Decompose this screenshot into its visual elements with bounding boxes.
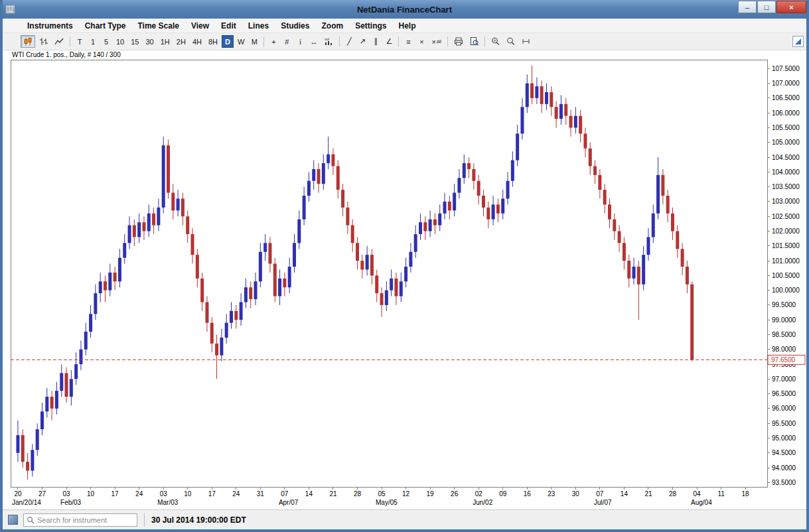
candlestick-chart-button[interactable] xyxy=(21,35,35,48)
volume-button[interactable]: vol xyxy=(321,35,336,48)
axis-scale-button[interactable] xyxy=(519,35,533,48)
crosshair-button[interactable]: + xyxy=(267,35,279,48)
instruments-panel-icon[interactable] xyxy=(8,515,18,525)
price-chart[interactable]: WTI Crude 1. pos., Daily, # 140 / 300107… xyxy=(3,50,806,509)
candle xyxy=(249,287,252,299)
y-axis-label: 93.5000 xyxy=(772,479,796,486)
menu-studies[interactable]: Studies xyxy=(275,20,315,32)
panel-expand-button[interactable] xyxy=(792,36,804,47)
last-price-label: 97.6500 xyxy=(771,356,796,364)
menu-view[interactable]: View xyxy=(185,20,215,32)
timescale-15min-button[interactable]: 15 xyxy=(128,35,141,48)
svg-text:vol: vol xyxy=(325,37,329,41)
close-button[interactable]: × xyxy=(776,1,806,13)
minimize-button[interactable]: – xyxy=(738,1,757,13)
zoom-auto-button[interactable]: A xyxy=(488,35,502,48)
candle xyxy=(370,255,374,275)
timescale-5min-button[interactable]: 5 xyxy=(100,35,112,48)
timescale-8hour-button[interactable]: 8H xyxy=(206,35,220,48)
x-axis-label: 24 xyxy=(232,490,240,498)
ray-line-button[interactable]: ↗ xyxy=(356,35,368,48)
menu-instruments[interactable]: Instruments xyxy=(21,20,79,32)
preview-icon xyxy=(470,37,478,46)
search-input[interactable] xyxy=(37,516,134,524)
delete-all-lines-button[interactable]: ×all xyxy=(429,35,443,48)
candle xyxy=(259,252,262,282)
x-axis-label: 10 xyxy=(87,490,95,498)
timescale-2hour-button[interactable]: 2H xyxy=(174,35,188,48)
zoom-button[interactable] xyxy=(504,35,518,48)
candle xyxy=(45,397,48,411)
y-axis[interactable]: 107.5000107.0000106.5000106.0000105.5000… xyxy=(767,65,800,486)
menu-settings[interactable]: Settings xyxy=(349,20,392,32)
parallel-lines-button[interactable]: ≡ xyxy=(402,35,414,48)
x-axis-label: 24 xyxy=(135,490,143,498)
candle xyxy=(142,222,145,231)
x-axis-month-label: Aug/04 xyxy=(691,499,712,506)
candle xyxy=(463,163,466,178)
x-axis[interactable]: 2027031017240310172431071421280512192602… xyxy=(12,487,749,506)
magnifier-a-icon: A xyxy=(491,37,500,46)
x-axis-label: 18 xyxy=(742,490,750,498)
menubar: InstrumentsChart TypeTime ScaleViewEditL… xyxy=(3,19,806,33)
timescale-10min-button[interactable]: 10 xyxy=(113,35,127,48)
menu-zoom[interactable]: Zoom xyxy=(315,20,349,32)
timescale-4hour-button[interactable]: 4H xyxy=(190,35,204,48)
titlebar[interactable]: NetDania FinanceChart – □ × xyxy=(3,0,806,19)
menu-lines[interactable]: Lines xyxy=(242,20,275,32)
window-title: NetDania FinanceChart xyxy=(3,5,806,15)
menu-edit[interactable]: Edit xyxy=(215,20,242,32)
info-button[interactable]: i xyxy=(294,35,306,48)
candle xyxy=(506,181,510,199)
timescale-1min-button[interactable]: 1 xyxy=(87,35,99,48)
expand-icon xyxy=(795,38,801,44)
y-axis-label: 107.5000 xyxy=(772,65,800,72)
angle-line-button[interactable]: ∠ xyxy=(383,35,395,48)
print-button[interactable] xyxy=(451,35,466,48)
print-preview-button[interactable] xyxy=(467,35,481,48)
y-axis-label: 102.5000 xyxy=(772,213,800,220)
channel-button[interactable]: ∥ xyxy=(370,35,382,48)
timescale-daily-button[interactable]: D xyxy=(222,35,234,48)
timescale-tick-button[interactable]: T xyxy=(74,35,86,48)
ohlc-bar-chart-button[interactable] xyxy=(37,35,50,48)
candle xyxy=(559,104,563,119)
timescale-weekly-button[interactable]: W xyxy=(235,35,247,48)
search-box[interactable] xyxy=(23,513,137,527)
menu-chart-type[interactable]: Chart Type xyxy=(79,20,132,32)
candle xyxy=(94,293,97,314)
candle xyxy=(656,175,660,214)
candle xyxy=(31,450,34,470)
timescale-monthly-button[interactable]: M xyxy=(248,35,260,48)
candle xyxy=(254,281,257,299)
grid-button[interactable]: # xyxy=(281,35,293,48)
candle xyxy=(394,279,398,297)
candle xyxy=(244,287,248,302)
menu-time-scale[interactable]: Time Scale xyxy=(131,20,184,32)
toolbar-separator xyxy=(447,36,448,47)
candle xyxy=(443,202,447,214)
candle xyxy=(268,243,271,263)
trendline-button[interactable]: ╱ xyxy=(343,35,355,48)
candle xyxy=(516,133,519,160)
candle xyxy=(181,198,184,216)
candle xyxy=(297,220,301,243)
line-chart-button[interactable] xyxy=(52,35,66,48)
candle xyxy=(99,281,102,293)
delete-line-button[interactable]: × xyxy=(415,35,427,48)
candle xyxy=(666,196,670,214)
chart-area[interactable]: WTI Crude 1. pos., Daily, # 140 / 300107… xyxy=(3,50,806,509)
y-axis-label: 102.0000 xyxy=(772,228,800,235)
candle xyxy=(472,169,475,181)
timescale-30min-button[interactable]: 30 xyxy=(143,35,157,48)
x-axis-label: 30 xyxy=(572,490,580,498)
candle xyxy=(331,155,334,166)
scroll-mode-button[interactable]: ↔ xyxy=(307,35,320,48)
candle xyxy=(84,332,88,350)
menu-help[interactable]: Help xyxy=(392,20,421,32)
maximize-button[interactable]: □ xyxy=(757,1,776,13)
statusbar: 30 Jul 2014 19:00:00 EDT xyxy=(3,509,806,529)
timescale-1hour-button[interactable]: 1H xyxy=(158,35,173,48)
x-axis-month-label: Apr/07 xyxy=(279,499,299,506)
candle xyxy=(200,279,204,302)
